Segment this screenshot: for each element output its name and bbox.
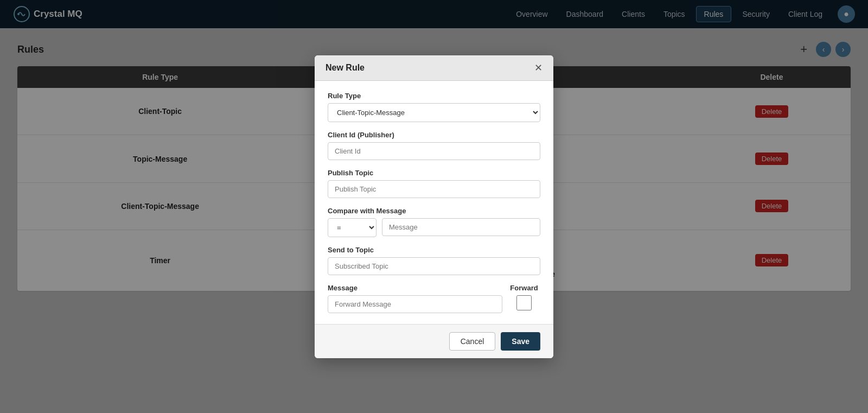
publish-topic-input[interactable] <box>328 180 540 198</box>
compare-input-wrap <box>382 218 540 237</box>
forward-section: Forward <box>508 284 540 310</box>
message-label: Message <box>328 284 502 292</box>
modal-close-button[interactable]: ✕ <box>534 63 542 73</box>
rule-type-select[interactable]: Client-Topic-Message Client-Topic Topic-… <box>328 103 540 122</box>
client-id-group: Client Id (Publisher) <box>328 131 540 160</box>
forward-message-input[interactable] <box>328 295 502 313</box>
forward-label: Forward <box>510 284 538 292</box>
send-to-topic-label: Send to Topic <box>328 246 540 254</box>
message-forward-row: Message Forward <box>328 284 540 313</box>
rule-type-label: Rule Type <box>328 92 540 100</box>
save-button[interactable]: Save <box>501 332 540 351</box>
publish-topic-group: Publish Topic <box>328 169 540 198</box>
rule-type-group: Rule Type Client-Topic-Message Client-To… <box>328 92 540 122</box>
client-id-input[interactable] <box>328 142 540 160</box>
compare-operator-select[interactable]: = != > < <box>328 218 376 237</box>
compare-label: Compare with Message <box>328 207 540 215</box>
compare-message-input[interactable] <box>382 218 540 236</box>
new-rule-modal: New Rule ✕ Rule Type Client-Topic-Messag… <box>315 55 553 358</box>
message-section: Message <box>328 284 502 313</box>
compare-group: Compare with Message = != > < <box>328 207 540 237</box>
modal-title: New Rule <box>326 63 365 73</box>
send-to-topic-input[interactable] <box>328 257 540 275</box>
client-id-label: Client Id (Publisher) <box>328 131 540 139</box>
modal-footer: Cancel Save <box>315 324 553 358</box>
publish-topic-label: Publish Topic <box>328 169 540 177</box>
compare-select-wrap: = != > < <box>328 218 376 237</box>
cancel-button[interactable]: Cancel <box>449 332 496 351</box>
compare-row: = != > < <box>328 218 540 237</box>
forward-checkbox[interactable] <box>516 295 532 310</box>
send-to-topic-group: Send to Topic <box>328 246 540 275</box>
modal-overlay: New Rule ✕ Rule Type Client-Topic-Messag… <box>0 0 868 413</box>
modal-header: New Rule ✕ <box>315 55 553 81</box>
modal-body: Rule Type Client-Topic-Message Client-To… <box>315 81 553 324</box>
